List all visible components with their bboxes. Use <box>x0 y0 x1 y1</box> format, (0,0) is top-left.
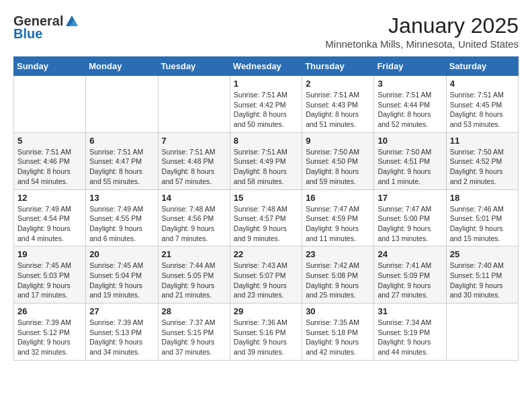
day-info: Sunrise: 7:43 AMSunset: 5:07 PMDaylight:… <box>234 261 298 300</box>
calendar-cell: 8Sunrise: 7:51 AMSunset: 4:49 PMDaylight… <box>230 132 302 189</box>
calendar-cell: 22Sunrise: 7:43 AMSunset: 5:07 PMDayligh… <box>230 246 302 304</box>
day-info: Sunrise: 7:45 AMSunset: 5:04 PMDaylight:… <box>89 261 154 300</box>
day-number: 24 <box>378 249 442 259</box>
weekday-header: Thursday <box>302 57 374 76</box>
calendar-cell: 27Sunrise: 7:39 AMSunset: 5:13 PMDayligh… <box>86 304 158 361</box>
calendar-week-row: 1Sunrise: 7:51 AMSunset: 4:42 PMDaylight… <box>14 76 519 133</box>
day-info: Sunrise: 7:47 AMSunset: 4:59 PMDaylight:… <box>306 204 370 244</box>
calendar-cell: 17Sunrise: 7:47 AMSunset: 5:00 PMDayligh… <box>374 189 446 246</box>
day-info: Sunrise: 7:42 AMSunset: 5:08 PMDaylight:… <box>306 261 370 300</box>
calendar-cell: 21Sunrise: 7:44 AMSunset: 5:05 PMDayligh… <box>158 246 230 304</box>
calendar-cell: 2Sunrise: 7:51 AMSunset: 4:43 PMDaylight… <box>302 76 374 133</box>
day-number: 26 <box>17 306 82 316</box>
calendar-cell: 20Sunrise: 7:45 AMSunset: 5:04 PMDayligh… <box>86 246 158 304</box>
day-info: Sunrise: 7:36 AMSunset: 5:16 PMDaylight:… <box>234 318 298 357</box>
calendar-cell: 14Sunrise: 7:48 AMSunset: 4:56 PMDayligh… <box>158 189 230 246</box>
day-info: Sunrise: 7:39 AMSunset: 5:13 PMDaylight:… <box>89 318 154 357</box>
calendar-cell: 25Sunrise: 7:40 AMSunset: 5:11 PMDayligh… <box>446 246 518 304</box>
calendar-cell: 30Sunrise: 7:35 AMSunset: 5:18 PMDayligh… <box>302 304 374 361</box>
calendar-cell: 4Sunrise: 7:51 AMSunset: 4:45 PMDaylight… <box>446 76 518 133</box>
logo-blue-text: Blue <box>13 26 42 42</box>
calendar-cell: 23Sunrise: 7:42 AMSunset: 5:08 PMDayligh… <box>302 246 374 304</box>
day-number: 25 <box>450 249 515 259</box>
calendar-cell <box>158 76 230 133</box>
day-number: 7 <box>162 136 226 146</box>
calendar-cell: 10Sunrise: 7:50 AMSunset: 4:51 PMDayligh… <box>374 132 446 189</box>
day-number: 18 <box>450 193 515 203</box>
weekday-header: Friday <box>374 57 446 76</box>
day-number: 17 <box>378 193 442 203</box>
calendar-cell: 3Sunrise: 7:51 AMSunset: 4:44 PMDaylight… <box>374 76 446 133</box>
day-info: Sunrise: 7:51 AMSunset: 4:44 PMDaylight:… <box>378 90 442 130</box>
logo: General Blue <box>13 13 79 42</box>
day-info: Sunrise: 7:49 AMSunset: 4:55 PMDaylight:… <box>89 204 154 244</box>
day-info: Sunrise: 7:51 AMSunset: 4:42 PMDaylight:… <box>234 90 298 130</box>
day-number: 16 <box>306 193 370 203</box>
day-number: 12 <box>17 193 82 203</box>
day-info: Sunrise: 7:44 AMSunset: 5:05 PMDaylight:… <box>162 261 226 300</box>
calendar-cell: 1Sunrise: 7:51 AMSunset: 4:42 PMDaylight… <box>230 76 302 133</box>
day-number: 5 <box>17 136 82 146</box>
day-number: 1 <box>234 79 298 89</box>
day-number: 13 <box>89 193 154 203</box>
day-number: 19 <box>17 249 82 259</box>
calendar-cell: 6Sunrise: 7:51 AMSunset: 4:47 PMDaylight… <box>86 132 158 189</box>
calendar-header-row: SundayMondayTuesdayWednesdayThursdayFrid… <box>14 57 519 76</box>
location-text: Minnetonka Mills, Minnesota, United Stat… <box>325 38 519 50</box>
day-number: 29 <box>234 306 298 316</box>
calendar-table: SundayMondayTuesdayWednesdayThursdayFrid… <box>13 56 519 361</box>
day-info: Sunrise: 7:41 AMSunset: 5:09 PMDaylight:… <box>378 261 442 300</box>
day-number: 11 <box>450 136 515 146</box>
day-info: Sunrise: 7:40 AMSunset: 5:11 PMDaylight:… <box>450 261 515 300</box>
day-info: Sunrise: 7:50 AMSunset: 4:52 PMDaylight:… <box>450 147 515 187</box>
day-info: Sunrise: 7:39 AMSunset: 5:12 PMDaylight:… <box>17 318 82 357</box>
day-number: 30 <box>306 306 370 316</box>
day-info: Sunrise: 7:51 AMSunset: 4:47 PMDaylight:… <box>89 147 154 187</box>
day-info: Sunrise: 7:51 AMSunset: 4:43 PMDaylight:… <box>306 90 370 130</box>
calendar-week-row: 5Sunrise: 7:51 AMSunset: 4:46 PMDaylight… <box>14 132 519 189</box>
day-number: 14 <box>162 193 226 203</box>
day-number: 4 <box>450 79 515 89</box>
calendar-cell: 13Sunrise: 7:49 AMSunset: 4:55 PMDayligh… <box>86 189 158 246</box>
calendar-cell: 28Sunrise: 7:37 AMSunset: 5:15 PMDayligh… <box>158 304 230 361</box>
day-number: 22 <box>234 249 298 259</box>
day-number: 27 <box>89 306 154 316</box>
day-info: Sunrise: 7:48 AMSunset: 4:56 PMDaylight:… <box>162 204 226 244</box>
day-info: Sunrise: 7:51 AMSunset: 4:49 PMDaylight:… <box>234 147 298 187</box>
calendar-cell: 15Sunrise: 7:48 AMSunset: 4:57 PMDayligh… <box>230 189 302 246</box>
day-info: Sunrise: 7:47 AMSunset: 5:00 PMDaylight:… <box>378 204 442 244</box>
calendar-cell: 16Sunrise: 7:47 AMSunset: 4:59 PMDayligh… <box>302 189 374 246</box>
calendar-cell: 12Sunrise: 7:49 AMSunset: 4:54 PMDayligh… <box>14 189 86 246</box>
day-info: Sunrise: 7:51 AMSunset: 4:45 PMDaylight:… <box>450 90 515 130</box>
day-info: Sunrise: 7:50 AMSunset: 4:50 PMDaylight:… <box>306 147 370 187</box>
logo-icon <box>64 14 79 29</box>
calendar-cell: 7Sunrise: 7:51 AMSunset: 4:48 PMDaylight… <box>158 132 230 189</box>
calendar-cell: 18Sunrise: 7:46 AMSunset: 5:01 PMDayligh… <box>446 189 518 246</box>
day-number: 28 <box>162 306 226 316</box>
calendar-week-row: 19Sunrise: 7:45 AMSunset: 5:03 PMDayligh… <box>14 246 519 304</box>
day-number: 31 <box>378 306 442 316</box>
calendar-week-row: 12Sunrise: 7:49 AMSunset: 4:54 PMDayligh… <box>14 189 519 246</box>
day-number: 2 <box>306 79 370 89</box>
day-info: Sunrise: 7:51 AMSunset: 4:48 PMDaylight:… <box>162 147 226 187</box>
day-number: 15 <box>234 193 298 203</box>
calendar-cell: 29Sunrise: 7:36 AMSunset: 5:16 PMDayligh… <box>230 304 302 361</box>
day-info: Sunrise: 7:34 AMSunset: 5:19 PMDaylight:… <box>378 318 442 357</box>
calendar-cell <box>86 76 158 133</box>
day-number: 23 <box>306 249 370 259</box>
calendar-cell <box>446 304 518 361</box>
title-block: January 2025 Minnetonka Mills, Minnesota… <box>325 13 519 50</box>
weekday-header: Tuesday <box>158 57 230 76</box>
month-title: January 2025 <box>325 13 519 38</box>
day-number: 8 <box>234 136 298 146</box>
day-info: Sunrise: 7:37 AMSunset: 5:15 PMDaylight:… <box>162 318 226 357</box>
day-number: 10 <box>378 136 442 146</box>
weekday-header: Sunday <box>14 57 86 76</box>
day-info: Sunrise: 7:50 AMSunset: 4:51 PMDaylight:… <box>378 147 442 187</box>
calendar-week-row: 26Sunrise: 7:39 AMSunset: 5:12 PMDayligh… <box>14 304 519 361</box>
weekday-header: Wednesday <box>230 57 302 76</box>
day-info: Sunrise: 7:48 AMSunset: 4:57 PMDaylight:… <box>234 204 298 244</box>
weekday-header: Saturday <box>446 57 518 76</box>
page-header: General Blue January 2025 Minnetonka Mil… <box>13 13 519 50</box>
day-info: Sunrise: 7:49 AMSunset: 4:54 PMDaylight:… <box>17 204 82 244</box>
